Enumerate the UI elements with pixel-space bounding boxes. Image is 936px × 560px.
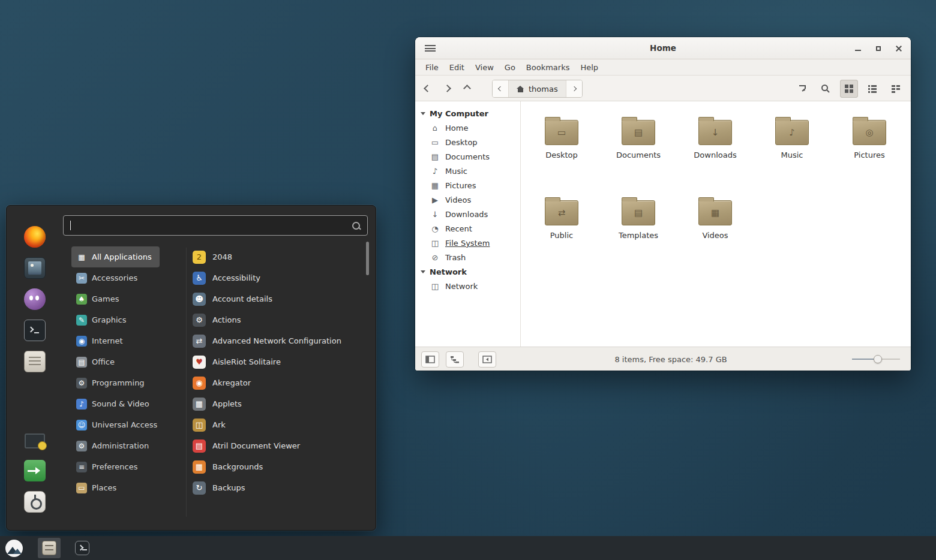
window-control-button[interactable] (874, 44, 883, 53)
menubar-item[interactable]: View (470, 63, 499, 72)
sidebar-item-label: Pictures (445, 181, 476, 190)
breadcrumb-prev-button[interactable] (493, 80, 509, 97)
zoom-slider[interactable] (852, 355, 900, 363)
menu-scrollbar[interactable] (366, 242, 369, 275)
back-icon[interactable] (424, 85, 431, 92)
application-item[interactable]: ⚙ Actions (193, 309, 363, 330)
category-item[interactable]: ☺ Universal Access (71, 414, 160, 435)
sidebar-item[interactable]: ▤ Documents (415, 149, 520, 164)
category-item[interactable]: ✎ Graphics (71, 309, 160, 330)
folder-item[interactable]: ↓ Downloads (682, 117, 748, 159)
sidebar-section-network[interactable]: Network (415, 264, 520, 279)
sidebar-item[interactable]: ⊘ Trash (415, 250, 520, 264)
toggle-places-button[interactable] (421, 351, 439, 368)
view-toggle-button[interactable] (887, 80, 905, 98)
menu-search-input[interactable] (63, 215, 368, 236)
application-icon: ◉ (193, 377, 206, 390)
menubar-item[interactable]: Edit (444, 63, 470, 72)
session-button[interactable] (23, 428, 46, 451)
search-button[interactable] (817, 80, 835, 98)
application-item[interactable]: ♥ AisleRiot Solitaire (193, 351, 363, 372)
sidebar-item-icon: ⊘ (430, 253, 440, 262)
menu-button[interactable] (0, 536, 28, 560)
breadcrumb-next-button[interactable] (566, 80, 582, 97)
menubar-item[interactable]: File (420, 63, 444, 72)
folder-item[interactable]: ▦ Videos (682, 197, 748, 240)
menubar-item[interactable]: Help (575, 63, 604, 72)
menubar-item[interactable]: Bookmarks (521, 63, 575, 72)
zoom-slider-thumb[interactable] (874, 355, 882, 363)
section-label: Network (430, 267, 467, 276)
application-item[interactable]: 2 2048 (193, 246, 363, 267)
toggle-treeview-button[interactable] (446, 351, 464, 368)
favorite-app-icon (24, 288, 46, 310)
menu-divider (186, 248, 187, 517)
hide-sidebar-button[interactable] (478, 351, 496, 368)
menubar-item[interactable]: Go (499, 63, 521, 72)
sidebar-item[interactable]: ♪ Music (415, 164, 520, 178)
sidebar-item[interactable]: ▦ Pictures (415, 178, 520, 192)
places-pane-icon (425, 356, 435, 363)
sidebar-item-label: File System (445, 239, 490, 248)
category-list: ▦ All Applications ✂ Accessories ♠ Games… (71, 246, 161, 498)
application-item[interactable]: ⇄ Advanced Network Configuration (193, 330, 363, 351)
folder-item[interactable]: ◎ Pictures (836, 117, 902, 159)
folder-item[interactable]: ▤ Documents (605, 117, 671, 159)
taskbar-app-button[interactable] (71, 538, 94, 558)
sidebar-item[interactable]: ◫ Network (415, 279, 520, 293)
application-item[interactable]: ◫ Ark (193, 414, 363, 435)
view-toggle-button[interactable] (840, 80, 858, 98)
category-item[interactable]: ≡ Preferences (71, 456, 160, 477)
session-button[interactable] (23, 459, 46, 482)
application-item[interactable]: ☻ Account details (193, 288, 363, 309)
window-control-button[interactable] (895, 44, 903, 53)
application-item[interactable]: ♿ Accessibility (193, 267, 363, 288)
titlebar[interactable]: Home (415, 37, 911, 59)
category-item[interactable]: ✂ Accessories (71, 267, 160, 288)
favorite-app-button[interactable] (23, 319, 46, 342)
sidebar-item[interactable]: ◔ Recent (415, 221, 520, 236)
up-icon[interactable] (463, 85, 471, 92)
sidebar-item[interactable]: ◫ File System (415, 236, 520, 250)
folder-item[interactable]: ⇄ Public (529, 197, 595, 240)
sidebar-item[interactable]: ▶ Videos (415, 192, 520, 207)
favorite-app-button[interactable] (23, 225, 46, 248)
window-control-button[interactable] (854, 44, 862, 53)
section-label: My Computer (430, 109, 488, 118)
taskbar-app-button[interactable] (38, 538, 61, 558)
application-label: Actions (212, 315, 241, 324)
category-item[interactable]: ⚙ Programming (71, 372, 160, 393)
category-item[interactable]: ▭ Places (71, 477, 160, 498)
application-item[interactable]: ▦ Applets (193, 393, 363, 414)
favorite-app-button[interactable] (23, 288, 46, 311)
application-item[interactable]: ◉ Akregator (193, 372, 363, 393)
favorite-app-button[interactable] (23, 350, 46, 373)
category-item[interactable]: ▤ Office (71, 351, 160, 372)
category-item[interactable]: ▦ All Applications (71, 246, 160, 267)
hamburger-menu-icon[interactable] (425, 45, 436, 52)
favorite-app-icon (24, 226, 46, 248)
view-toggle-button[interactable] (863, 80, 881, 98)
forward-icon[interactable] (443, 85, 451, 92)
toggle-location-entry-button[interactable] (793, 80, 811, 98)
sidebar-item[interactable]: ⌂ Home (415, 121, 520, 135)
favorite-app-button[interactable] (23, 257, 46, 279)
application-icon: ▤ (193, 439, 206, 453)
session-button[interactable] (23, 490, 46, 513)
sidebar-section-my-computer[interactable]: My Computer (415, 106, 520, 121)
expander-icon (421, 270, 425, 273)
breadcrumb-location-button[interactable]: thomas (509, 80, 566, 97)
category-item[interactable]: ◉ Internet (71, 330, 160, 351)
application-item[interactable]: ▦ Backgrounds (193, 456, 363, 477)
application-item[interactable]: ↻ Backups (193, 477, 363, 498)
folder-item[interactable]: ♪ Music (759, 117, 825, 159)
folder-label: Videos (682, 231, 748, 240)
folder-item[interactable]: ▭ Desktop (529, 117, 595, 159)
category-item[interactable]: ♠ Games (71, 288, 160, 309)
category-item[interactable]: ♪ Sound & Video (71, 393, 160, 414)
category-item[interactable]: ⚙ Administration (71, 435, 160, 456)
folder-item[interactable]: ▤ Templates (605, 197, 671, 240)
application-item[interactable]: ▤ Atril Document Viewer (193, 435, 363, 456)
sidebar-item[interactable]: ↓ Downloads (415, 207, 520, 221)
sidebar-item[interactable]: ▭ Desktop (415, 135, 520, 149)
